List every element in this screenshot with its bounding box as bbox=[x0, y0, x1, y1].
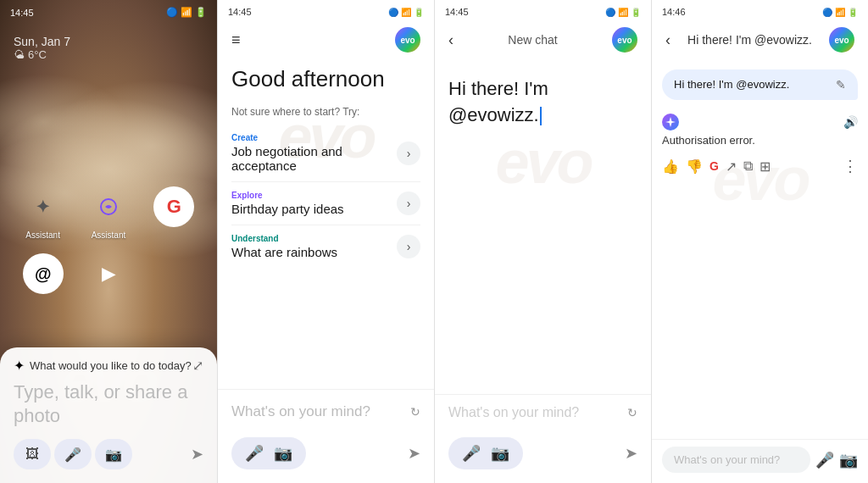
app-icon-assistant1[interactable]: ✦ Assistant bbox=[21, 186, 65, 240]
battery-icon: 🔋 bbox=[195, 7, 207, 18]
google-icon[interactable]: G bbox=[153, 186, 194, 227]
suggestion-arrow-2[interactable]: › bbox=[397, 235, 420, 258]
avatar-3[interactable]: evo bbox=[612, 27, 637, 53]
ai-icon-row: 🔊 bbox=[662, 114, 858, 130]
ai-response-area: 🔊 Authorisation error. 👍 👎 G ↗ ⧉ ⊞ ⋮ bbox=[662, 110, 858, 179]
bottom-pill-3: 🎤 📷 bbox=[448, 437, 523, 469]
bottom-pill-2: 🎤 📷 bbox=[231, 437, 306, 469]
home-screen: 14:45 🔵 📶 🔋 Sun, Jan 7 🌤 6°C ✦ Assistant… bbox=[0, 0, 217, 483]
app-icon-threads[interactable]: @ bbox=[21, 253, 65, 294]
suggestion-arrow-1[interactable]: › bbox=[397, 192, 420, 215]
mic-button[interactable]: 🎤 bbox=[54, 439, 92, 469]
app-grid: ✦ Assistant Assistant G @ ▶ bbox=[0, 68, 217, 294]
camera-icon-2[interactable]: 📷 bbox=[274, 444, 292, 463]
avatar[interactable]: evo bbox=[395, 27, 420, 53]
bottom-sheet-actions: 🖼 🎤 📷 ➤ bbox=[14, 439, 203, 469]
send-icon-3[interactable]: ➤ bbox=[625, 444, 637, 463]
battery-icon-2: 🔋 bbox=[414, 8, 424, 17]
volume-icon[interactable]: 🔊 bbox=[843, 115, 858, 129]
assistant2-icon[interactable] bbox=[88, 186, 129, 227]
user-message-text: Hi there! I'm @evowizz. bbox=[674, 78, 789, 91]
status-bar-2: 14:45 🔵 📶 🔋 bbox=[218, 0, 434, 20]
app-label-assistant2: Assistant bbox=[92, 230, 126, 240]
input-area-2: What's on your mind? ↻ bbox=[218, 389, 434, 437]
expand-icon[interactable]: ⤢ bbox=[192, 358, 203, 374]
menu-icon[interactable]: ≡ bbox=[231, 31, 241, 49]
suggestion-item-0[interactable]: Create Job negotiation and acceptance › bbox=[231, 125, 420, 182]
suggestion-content-2: Understand What are rainbows bbox=[231, 234, 337, 259]
suggestion-item-2[interactable]: Understand What are rainbows › bbox=[231, 225, 420, 268]
suggestion-category-1: Explore bbox=[231, 191, 344, 200]
avatar-4[interactable]: evo bbox=[829, 27, 854, 53]
bottom-sheet-title-row: ✦ What would you like to do today? bbox=[14, 358, 192, 374]
user-message: Hi there! I'm @evowizz. ✎ bbox=[662, 69, 858, 100]
games-icon[interactable]: ▶ bbox=[88, 253, 129, 294]
google-button[interactable]: G bbox=[709, 159, 719, 173]
suggestion-category-0: Create bbox=[231, 133, 397, 142]
status-icons-3: 🔵 📶 🔋 bbox=[605, 8, 641, 17]
thumbs-down-button[interactable]: 👎 bbox=[686, 158, 703, 175]
screen4-title: Hi there! I'm @evowizz. bbox=[687, 33, 812, 47]
bluetooth-icon-2: 🔵 bbox=[388, 8, 398, 17]
weather-icon: 🌤 bbox=[14, 48, 25, 61]
edit-icon[interactable]: ✎ bbox=[836, 78, 846, 92]
suggestion-content-0: Create Job negotiation and acceptance bbox=[231, 133, 397, 173]
status-icons: 🔵 📶 🔋 bbox=[166, 7, 207, 18]
suggestions-area: Not sure where to start? Try: Create Job… bbox=[218, 106, 434, 268]
suggestion-text-0: Job negotiation and acceptance bbox=[231, 144, 397, 173]
refresh-icon[interactable]: ↻ bbox=[410, 405, 420, 419]
bottom-sheet: ✦ What would you like to do today? ⤢ Typ… bbox=[0, 347, 217, 483]
gemini-star-icon: ✦ bbox=[14, 358, 25, 374]
back-icon-3[interactable]: ‹ bbox=[448, 31, 453, 49]
copy-button[interactable]: ⧉ bbox=[743, 158, 753, 174]
mic-icon-4[interactable]: 🎤 bbox=[815, 451, 834, 469]
ai-actions: 👍 👎 G ↗ ⧉ ⊞ ⋮ bbox=[662, 157, 858, 175]
refresh-icon-3[interactable]: ↻ bbox=[627, 406, 637, 419]
suggestion-text-1: Birthday party ideas bbox=[231, 202, 344, 216]
screen4-header: ‹ Hi there! I'm @evowizz. evo bbox=[652, 20, 868, 59]
share-button[interactable]: ↗ bbox=[726, 158, 737, 175]
suggestion-item-1[interactable]: Explore Birthday party ideas › bbox=[231, 182, 420, 225]
input-icons: 🎤 📷 bbox=[815, 451, 858, 469]
gallery-button[interactable]: 🖼 bbox=[14, 439, 51, 469]
send-icon[interactable]: ➤ bbox=[191, 445, 203, 464]
battery-icon-4: 🔋 bbox=[848, 8, 858, 17]
app-icon-assistant2[interactable]: Assistant bbox=[86, 186, 131, 240]
send-icon-2[interactable]: ➤ bbox=[408, 444, 420, 463]
camera-button[interactable]: 📷 bbox=[95, 439, 132, 469]
temperature: 🌤 6°C bbox=[14, 48, 203, 61]
input-placeholder-2[interactable]: What's on your mind? ↻ bbox=[231, 403, 420, 420]
action-group: 🖼 🎤 📷 bbox=[14, 439, 132, 469]
assistant-home-screen: 14:45 🔵 📶 🔋 ≡ evo Good afternoon evo Not… bbox=[217, 0, 434, 483]
chat-input[interactable]: What's on your mind? bbox=[662, 447, 810, 473]
bottom-sheet-input[interactable]: Type, talk, or share a photo bbox=[14, 380, 203, 429]
app-icon-google[interactable]: G bbox=[152, 186, 196, 240]
app-icon-games[interactable]: ▶ bbox=[86, 253, 131, 294]
bottom-actions-2: 🎤 📷 ➤ bbox=[218, 437, 434, 483]
suggestion-text-2: What are rainbows bbox=[231, 245, 337, 259]
chat-area-4: evo Hi there! I'm @evowizz. ✎ 🔊 Authoris… bbox=[652, 59, 868, 439]
suggestions-header: Not sure where to start? Try: bbox=[231, 106, 420, 118]
suggestion-content-1: Explore Birthday party ideas bbox=[231, 191, 344, 216]
status-icons-2: 🔵 📶 🔋 bbox=[388, 8, 424, 17]
back-icon-4[interactable]: ‹ bbox=[665, 31, 670, 49]
bluetooth-icon-3: 🔵 bbox=[605, 8, 615, 17]
date-widget: Sun, Jan 7 🌤 6°C bbox=[0, 21, 217, 68]
suggestion-arrow-0[interactable]: › bbox=[397, 142, 420, 165]
mic-icon-2[interactable]: 🎤 bbox=[245, 444, 264, 463]
status-time-2: 14:45 bbox=[228, 7, 252, 17]
assistant1-icon[interactable]: ✦ bbox=[23, 186, 64, 227]
camera-icon-4[interactable]: 📷 bbox=[839, 451, 858, 469]
thumbs-up-button[interactable]: 👍 bbox=[662, 158, 679, 175]
mic-icon-3[interactable]: 🎤 bbox=[462, 444, 481, 463]
status-bar-3: 14:45 🔵 📶 🔋 bbox=[435, 0, 651, 20]
threads-icon[interactable]: @ bbox=[23, 253, 64, 294]
more-button[interactable]: ⋮ bbox=[843, 157, 858, 175]
input-placeholder-3[interactable]: What's on your mind? ↻ bbox=[448, 405, 637, 420]
format-button[interactable]: ⊞ bbox=[760, 158, 771, 175]
input-row-4: What's on your mind? 🎤 📷 bbox=[652, 439, 868, 483]
ai-greeting-text: Hi there! I'm @evowizz. bbox=[448, 76, 637, 129]
chat-area-3: evo Hi there! I'm @evowizz. bbox=[435, 59, 651, 394]
camera-icon-3[interactable]: 📷 bbox=[491, 444, 509, 463]
status-time-3: 14:45 bbox=[445, 7, 469, 17]
